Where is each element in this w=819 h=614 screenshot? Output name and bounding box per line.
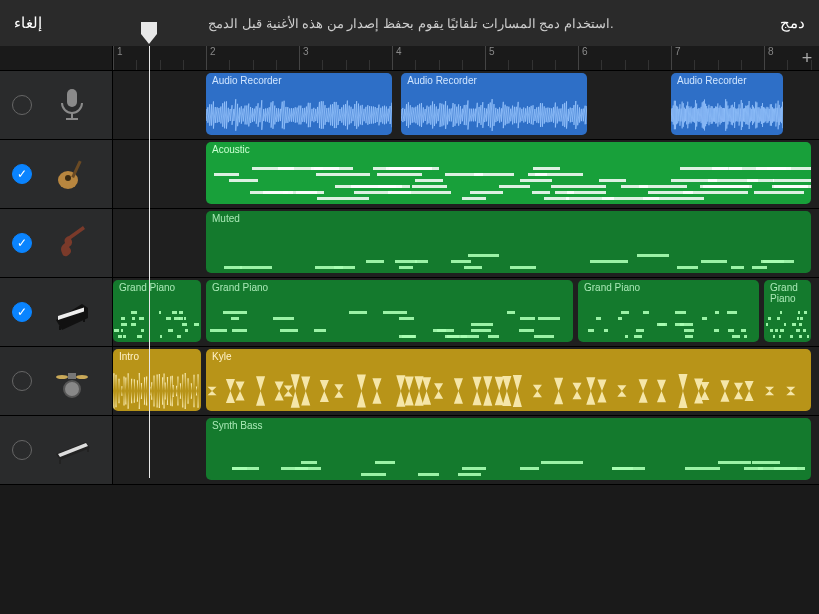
region-label: Grand Piano — [119, 282, 195, 293]
region-label: Grand Piano — [212, 282, 567, 293]
svg-point-4 — [65, 175, 71, 181]
bass-guitar-icon — [32, 223, 112, 263]
region-label: Audio Recorder — [677, 75, 777, 86]
region-label: Muted — [212, 213, 805, 224]
timeline-ruler[interactable]: 12345678 — [113, 46, 795, 70]
region[interactable]: Audio Recorder — [206, 73, 392, 135]
track-lane-piano[interactable]: Grand PianoGrand PianoGrand PianoGrand P… — [113, 278, 819, 346]
region[interactable]: Grand Piano — [578, 280, 759, 342]
track-select-checkbox[interactable] — [12, 302, 32, 322]
drum-kit-icon — [32, 361, 112, 401]
track-header-drums[interactable] — [0, 347, 113, 415]
acoustic-guitar-icon — [32, 154, 112, 194]
region-label: Acoustic — [212, 144, 805, 155]
ruler-bar-8[interactable]: 8 — [764, 46, 774, 70]
region[interactable]: Kyle — [206, 349, 811, 411]
track-lane-voice[interactable]: Audio RecorderAudio RecorderAudio Record… — [113, 71, 819, 139]
ruler-bar-3[interactable]: 3 — [299, 46, 309, 70]
region[interactable]: Audio Recorder — [401, 73, 587, 135]
region[interactable]: Grand Piano — [764, 280, 811, 342]
track-drums: IntroKyle — [0, 347, 819, 416]
ruler-bar-5[interactable]: 5 — [485, 46, 495, 70]
region-label: Audio Recorder — [407, 75, 581, 86]
ruler-spacer — [0, 46, 113, 70]
empty-area — [0, 485, 819, 614]
track-lane-bass[interactable]: Muted — [113, 209, 819, 277]
tracks-area: Audio RecorderAudio RecorderAudio Record… — [0, 71, 819, 485]
region-label: Synth Bass — [212, 420, 805, 431]
region-label: Audio Recorder — [212, 75, 386, 86]
merge-button[interactable]: دمج — [780, 14, 805, 32]
microphone-icon — [32, 85, 112, 125]
region-label: Grand Piano — [584, 282, 753, 293]
track-synth: Synth Bass — [0, 416, 819, 485]
region[interactable]: Grand Piano — [113, 280, 201, 342]
region[interactable]: Audio Recorder — [671, 73, 783, 135]
track-header-acoustic[interactable] — [0, 140, 113, 208]
ruler-bar-1[interactable]: 1 — [113, 46, 123, 70]
track-select-checkbox[interactable] — [12, 164, 32, 184]
track-acoustic: Acoustic — [0, 140, 819, 209]
ruler-bar-2[interactable]: 2 — [206, 46, 216, 70]
svg-rect-13 — [68, 373, 76, 379]
track-header-synth[interactable] — [0, 416, 113, 484]
ruler-bar-4[interactable]: 4 — [392, 46, 402, 70]
track-bass: Muted — [0, 209, 819, 278]
svg-point-12 — [76, 375, 88, 379]
cancel-button[interactable]: إلغاء — [14, 14, 42, 32]
svg-point-11 — [56, 375, 68, 379]
ruler-bar-7[interactable]: 7 — [671, 46, 681, 70]
region-label: Grand Piano — [770, 282, 805, 304]
region[interactable]: Grand Piano — [206, 280, 573, 342]
track-lane-synth[interactable]: Synth Bass — [113, 416, 819, 484]
track-header-bass[interactable] — [0, 209, 113, 277]
track-select-checkbox[interactable] — [12, 233, 32, 253]
ruler-bar-6[interactable]: 6 — [578, 46, 588, 70]
playhead[interactable] — [149, 46, 150, 478]
track-piano: Grand PianoGrand PianoGrand PianoGrand P… — [0, 278, 819, 347]
track-lane-drums[interactable]: IntroKyle — [113, 347, 819, 415]
region-label: Intro — [119, 351, 195, 362]
region[interactable]: Synth Bass — [206, 418, 811, 480]
keyboard-icon — [32, 430, 112, 470]
region-label: Kyle — [212, 351, 805, 362]
track-voice: Audio RecorderAudio RecorderAudio Record… — [0, 71, 819, 140]
track-select-checkbox[interactable] — [12, 95, 32, 115]
piano-icon — [32, 292, 112, 332]
add-track-button[interactable]: + — [795, 46, 819, 70]
region[interactable]: Acoustic — [206, 142, 811, 204]
track-lane-acoustic[interactable]: Acoustic — [113, 140, 819, 208]
track-select-checkbox[interactable] — [12, 440, 32, 460]
track-header-piano[interactable] — [0, 278, 113, 346]
track-select-checkbox[interactable] — [12, 371, 32, 391]
svg-rect-0 — [67, 89, 77, 107]
region[interactable]: Intro — [113, 349, 201, 411]
track-header-voice[interactable] — [0, 71, 113, 139]
region[interactable]: Muted — [206, 211, 811, 273]
